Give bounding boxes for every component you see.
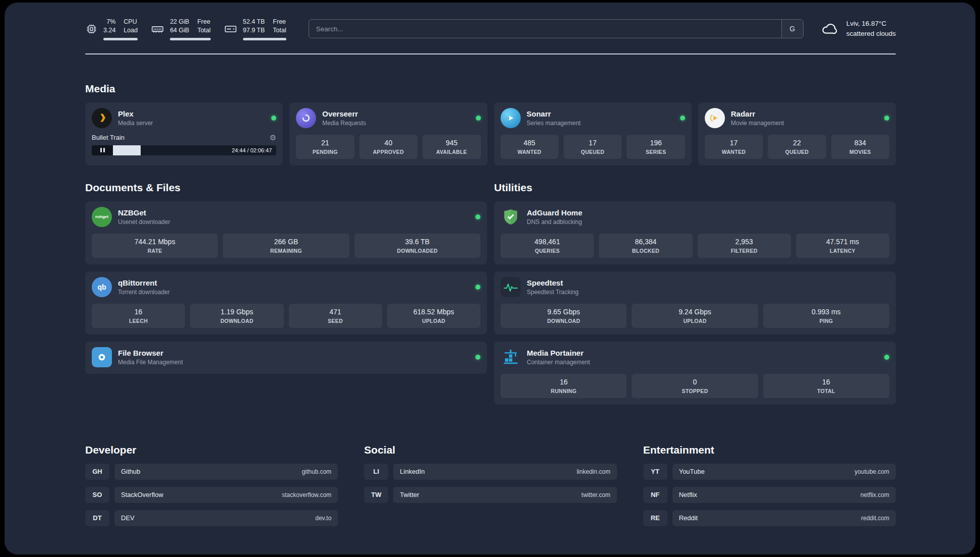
gear-icon[interactable]: ⚙ xyxy=(270,134,276,141)
speedtest-icon xyxy=(501,277,521,297)
ram-labels: Free Total xyxy=(197,18,210,35)
adguard-icon xyxy=(501,207,521,227)
reddit-link[interactable]: Reddit reddit.com xyxy=(672,510,896,526)
netflix-abbr[interactable]: NF xyxy=(643,487,667,503)
sonarr-icon xyxy=(501,108,521,128)
radarr-card[interactable]: Radarr Movie management 17 WANTED 22 QUE… xyxy=(698,102,896,165)
stat-queries: 498,461 QUERIES xyxy=(501,234,594,258)
link-row-stackoverflow: SO StackOverflow stackoverflow.com xyxy=(85,487,338,503)
link-row-reddit: RE Reddit reddit.com xyxy=(643,510,896,526)
reddit-abbr[interactable]: RE xyxy=(643,510,667,526)
app-subtitle: Media Requests xyxy=(322,120,366,127)
overseerr-icon xyxy=(296,108,316,128)
github-link[interactable]: Github github.com xyxy=(114,464,338,480)
app-subtitle: Media File Management xyxy=(118,359,183,366)
stat-wanted: 485 WANTED xyxy=(501,135,559,159)
stat-stopped: 0 STOPPED xyxy=(632,374,758,398)
app-subtitle: Torrent downloader xyxy=(118,289,170,296)
linkedin-abbr[interactable]: LI xyxy=(364,464,388,480)
app-name: NZBGet xyxy=(118,208,170,217)
link-row-youtube: YT YouTube youtube.com xyxy=(643,464,896,480)
app-name: Radarr xyxy=(731,109,784,118)
status-dot xyxy=(271,116,276,121)
stat-latency: 47.571 ms LATENCY xyxy=(796,234,889,258)
disk-usage-bar xyxy=(243,38,286,40)
section-title-entertainment: Entertainment xyxy=(643,444,896,456)
status-dot xyxy=(884,116,889,121)
search-engine-button[interactable]: G xyxy=(781,20,803,38)
stat-filtered: 2,953 FILTERED xyxy=(698,234,791,258)
app-name: Speedtest xyxy=(527,278,579,287)
link-row-github: GH Github github.com xyxy=(85,464,338,480)
weather-condition: scattered clouds xyxy=(846,29,896,39)
plex-card[interactable]: Plex Media server Bullet Train ⚙ xyxy=(85,102,283,165)
radarr-icon xyxy=(705,108,725,128)
stat-ping: 0.993 ms PING xyxy=(763,304,889,328)
stat-movies: 834 MOVIES xyxy=(831,135,889,159)
app-name: qBittorrent xyxy=(118,278,170,287)
netflix-link[interactable]: Netflix netflix.com xyxy=(672,487,896,503)
search-bar: G xyxy=(309,19,804,38)
disk-widget: 52.4 TB 97.9 TB Free Total xyxy=(224,18,286,40)
stat-available: 945 AVAILABLE xyxy=(422,135,480,159)
filebrowser-card[interactable]: File Browser Media File Management xyxy=(85,342,487,374)
player-progress[interactable]: 24:44 / 02:06:47 xyxy=(92,145,276,155)
filebrowser-icon xyxy=(92,347,112,367)
app-name: Overseerr xyxy=(322,109,366,118)
app-subtitle: Speedtest Tracking xyxy=(527,289,579,296)
ram-widget: 22 GiB 64 GiB Free Total xyxy=(151,18,211,40)
qbittorrent-icon: qb xyxy=(92,277,112,297)
cpu-widget: 7% 3.24 CPU Load xyxy=(85,18,138,40)
progress-fill xyxy=(113,145,141,155)
stat-remaining: 266 GB REMAINING xyxy=(223,234,349,258)
sonarr-card[interactable]: Sonarr Series management 485 WANTED 17 Q… xyxy=(494,102,692,165)
qbittorrent-card[interactable]: qb qBittorrent Torrent downloader 16 LEE… xyxy=(85,271,487,335)
disk-icon xyxy=(224,22,237,36)
speedtest-card[interactable]: Speedtest Speedtest Tracking 9.65 Gbps D… xyxy=(494,271,896,335)
disk-labels: Free Total xyxy=(273,18,286,35)
top-bar: 7% 3.24 CPU Load xyxy=(85,18,896,40)
dashboard: 7% 3.24 CPU Load xyxy=(5,3,975,554)
overseerr-card[interactable]: Overseerr Media Requests 21 PENDING 40 A… xyxy=(289,102,487,165)
nzbget-card[interactable]: nzbget NZBGet Usenet downloader 744.21 M… xyxy=(85,201,487,264)
section-title-utilities: Utilities xyxy=(494,182,896,194)
link-row-dev: DT DEV dev.to xyxy=(85,510,338,526)
link-row-netflix: NF Netflix netflix.com xyxy=(643,487,896,503)
stat-queued: 17 QUEUED xyxy=(564,135,622,159)
app-name: AdGuard Home xyxy=(527,208,582,217)
linkedin-link[interactable]: LinkedIn linkedin.com xyxy=(393,464,617,480)
stat-download: 1.19 Gbps DOWNLOAD xyxy=(190,304,283,328)
weather-widget: Lviv, 16.87°C scattered clouds xyxy=(819,19,896,39)
twitter-abbr[interactable]: TW xyxy=(364,487,388,503)
social-section: Social LI LinkedIn linkedin.com TW Twitt… xyxy=(364,444,617,510)
status-dot xyxy=(680,116,685,121)
youtube-link[interactable]: YouTube youtube.com xyxy=(672,464,896,480)
cpu-usage-bar xyxy=(103,38,138,40)
ram-values: 22 GiB 64 GiB xyxy=(170,18,189,35)
youtube-abbr[interactable]: YT xyxy=(643,464,667,480)
adguard-card[interactable]: AdGuard Home DNS and adblocking 498,461 … xyxy=(494,201,896,264)
status-dot xyxy=(475,285,480,290)
app-name: Sonarr xyxy=(527,109,581,118)
github-abbr[interactable]: GH xyxy=(85,464,109,480)
player-time: 24:44 / 02:06:47 xyxy=(232,145,272,155)
nzbget-icon: nzbget xyxy=(92,207,112,227)
ram-usage-bar xyxy=(170,38,211,40)
dev-abbr[interactable]: DT xyxy=(85,510,109,526)
pause-button[interactable] xyxy=(92,145,113,155)
entertainment-section: Entertainment YT YouTube youtube.com NF … xyxy=(643,444,896,533)
dev-link[interactable]: DEV dev.to xyxy=(114,510,338,526)
portainer-card[interactable]: Media Portainer Container management 16 … xyxy=(494,342,896,405)
stat-downloaded: 39.6 TB DOWNLOADED xyxy=(354,234,480,258)
stat-download: 9.65 Gbps DOWNLOAD xyxy=(501,304,627,328)
search-input[interactable] xyxy=(309,20,781,38)
link-row-twitter: TW Twitter twitter.com xyxy=(364,487,617,503)
stackoverflow-link[interactable]: StackOverflow stackoverflow.com xyxy=(114,487,338,503)
documents-section: Documents & Files nzbget NZBGet Usenet d… xyxy=(85,182,487,381)
now-playing-title: Bullet Train xyxy=(92,134,125,141)
status-dot xyxy=(476,116,481,121)
twitter-link[interactable]: Twitter twitter.com xyxy=(393,487,617,503)
stackoverflow-abbr[interactable]: SO xyxy=(85,487,109,503)
disk-values: 52.4 TB 97.9 TB xyxy=(243,18,265,35)
section-title-developer: Developer xyxy=(85,444,338,456)
